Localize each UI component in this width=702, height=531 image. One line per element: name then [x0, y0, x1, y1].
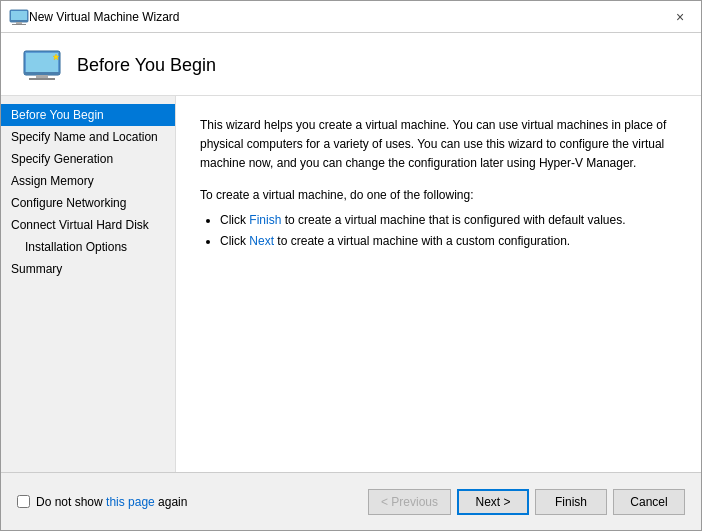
window-title: New Virtual Machine Wizard	[29, 10, 667, 24]
bullet-item-next: Click Next to create a virtual machine w…	[220, 231, 677, 253]
svg-rect-6	[26, 53, 58, 72]
sidebar-item-networking[interactable]: Configure Networking	[1, 192, 175, 214]
sidebar-item-hard-disk[interactable]: Connect Virtual Hard Disk	[1, 214, 175, 236]
bullet-list: Click Finish to create a virtual machine…	[200, 210, 677, 253]
footer-area: Do not show this page again < Previous N…	[1, 472, 701, 530]
next-button[interactable]: Next >	[457, 489, 529, 515]
button-group: < Previous Next > Finish Cancel	[368, 489, 685, 515]
sidebar-item-generation[interactable]: Specify Generation	[1, 148, 175, 170]
dont-show-checkbox[interactable]	[17, 495, 30, 508]
header-icon	[21, 49, 61, 81]
content-area: Before You Begin Specify Name and Locati…	[1, 96, 701, 472]
sidebar-item-before-you-begin[interactable]: Before You Begin	[1, 104, 175, 126]
close-button[interactable]: ×	[667, 4, 693, 30]
title-bar: New Virtual Machine Wizard ×	[1, 1, 701, 33]
dont-show-label[interactable]: Do not show this page again	[36, 495, 187, 509]
instructions-title: To create a virtual machine, do one of t…	[200, 188, 677, 202]
this-page-link[interactable]: this page	[106, 495, 155, 509]
wizard-header: Before You Begin	[1, 33, 701, 96]
previous-button[interactable]: < Previous	[368, 489, 451, 515]
cancel-button[interactable]: Cancel	[613, 489, 685, 515]
finish-button[interactable]: Finish	[535, 489, 607, 515]
sidebar: Before You Begin Specify Name and Locati…	[1, 96, 176, 472]
window-icon	[9, 9, 29, 25]
page-title: Before You Begin	[77, 55, 216, 76]
svg-rect-1	[11, 11, 27, 20]
svg-rect-9	[29, 78, 55, 80]
svg-rect-4	[12, 24, 26, 25]
checkbox-area: Do not show this page again	[17, 495, 368, 509]
sidebar-item-summary[interactable]: Summary	[1, 258, 175, 280]
sidebar-item-memory[interactable]: Assign Memory	[1, 170, 175, 192]
main-content: This wizard helps you create a virtual m…	[176, 96, 701, 472]
svg-rect-3	[16, 22, 22, 24]
sidebar-item-name-location[interactable]: Specify Name and Location	[1, 126, 175, 148]
svg-rect-2	[10, 20, 28, 22]
intro-paragraph: This wizard helps you create a virtual m…	[200, 116, 677, 174]
svg-rect-8	[36, 75, 48, 78]
bullet-item-finish: Click Finish to create a virtual machine…	[220, 210, 677, 232]
finish-link[interactable]: Finish	[249, 213, 281, 227]
next-link[interactable]: Next	[249, 234, 274, 248]
svg-rect-7	[24, 72, 60, 75]
sidebar-item-installation[interactable]: Installation Options	[1, 236, 175, 258]
wizard-window: New Virtual Machine Wizard × Before You …	[0, 0, 702, 531]
